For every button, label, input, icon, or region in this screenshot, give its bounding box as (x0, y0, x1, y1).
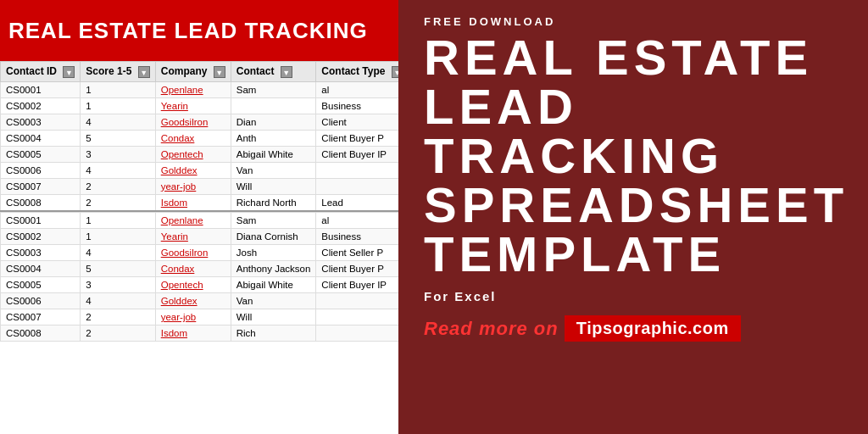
table-row: CS00053OpentechAbigail WhiteClient Buyer… (1, 146, 399, 162)
free-download-label: FREE DOWNLOAD (424, 15, 843, 28)
overlay-panel: FREE DOWNLOAD REAL ESTATE LEAD TRACKING … (398, 0, 868, 434)
table-row: CS00064GolddexVan123-555-0128123-555-013… (1, 293, 399, 309)
spreadsheet-title: REAL ESTATE LEAD TRACKING (8, 18, 368, 44)
for-excel-label: For Excel (424, 289, 843, 303)
read-more-text: Read more on (424, 318, 565, 340)
company-link[interactable]: Condax (161, 264, 195, 274)
col-contact-type: Contact Type ▼ (316, 62, 398, 82)
company-link[interactable]: Isdom (161, 328, 187, 338)
col-contact: Contact ▼ (231, 62, 316, 82)
filter-contact-id[interactable]: ▼ (63, 66, 75, 78)
table-row: CS00021YearinBusiness123-555-0124123-555… (1, 97, 399, 114)
table-row: CS00011OpenlaneSamal123-555-0123123-555-… (1, 81, 399, 97)
table-wrap: Contact ID ▼ Score 1-5 ▼ Company ▼ Conta… (0, 61, 398, 434)
table-row: CS00011OpenlaneSamal123-555-0123123-555-… (1, 213, 399, 229)
table-row: CS00021YearinDiana CornishBusiness123-55… (1, 229, 399, 245)
read-more-row: Read more on Tipsographic.com (424, 315, 843, 342)
table-row: CS00034GoodsilronDianClient123-555-01251… (1, 114, 399, 130)
company-link[interactable]: year-job (161, 181, 197, 192)
tipsographic-badge[interactable]: Tipsographic.com (565, 315, 741, 342)
table-row: CS00072year-jobWill123-555-0129123-555-0… (1, 178, 399, 194)
company-link[interactable]: Openlane (161, 215, 203, 225)
company-link[interactable]: Goodsilron (161, 117, 209, 127)
table-row: CS00045CondaxAnthClient Buyer P123-555-0… (1, 130, 399, 146)
table-row: CS00082IsdomRichard NorthLead123-555-013… (1, 194, 399, 211)
spreadsheet-panel: REAL ESTATE LEAD TRACKING Contact ID ▼ S… (0, 0, 398, 434)
company-link[interactable]: year-job (161, 312, 197, 322)
company-link[interactable]: Opentech (161, 280, 203, 290)
filter-score[interactable]: ▼ (138, 66, 150, 78)
table-row: CS00064GolddexVan123-555-0128123-555-013… (1, 162, 399, 178)
table-body-set2: CS00011OpenlaneSamal123-555-0123123-555-… (1, 211, 399, 342)
filter-company[interactable]: ▼ (214, 66, 225, 78)
table-header-row: Contact ID ▼ Score 1-5 ▼ Company ▼ Conta… (1, 62, 399, 82)
company-link[interactable]: Golddex (161, 296, 198, 306)
company-link[interactable]: Golddex (161, 165, 198, 175)
col-contact-id: Contact ID ▼ (1, 62, 81, 82)
company-link[interactable]: Openlane (161, 85, 203, 95)
big-title-line1: REAL ESTATE LEAD TRACKING SPREADSHEET TE… (424, 33, 843, 279)
title-template: TEMPLATE (424, 230, 843, 279)
title-spreadsheet: SPREADSHEET (424, 181, 843, 230)
table-row: CS00082IsdomRich123-555-0130123-555-0138… (1, 326, 399, 342)
spreadsheet-header: REAL ESTATE LEAD TRACKING (0, 0, 398, 61)
leads-table: Contact ID ▼ Score 1-5 ▼ Company ▼ Conta… (0, 61, 398, 342)
table-row: CS00072year-jobWill123-555-0129123-555-0… (1, 309, 399, 326)
table-body-set1: CS00011OpenlaneSamal123-555-0123123-555-… (1, 81, 399, 211)
title-lead: LEAD (424, 82, 843, 131)
table-row: CS00034GoodsilronJoshClient Seller P123-… (1, 245, 399, 261)
company-link[interactable]: Yearin (161, 231, 188, 242)
col-score: Score 1-5 ▼ (81, 62, 155, 82)
company-link[interactable]: Yearin (161, 101, 188, 111)
table-row: CS00045CondaxAnthony JacksonClient Buyer… (1, 261, 399, 277)
title-tracking: TRACKING (424, 131, 843, 181)
company-link[interactable]: Condax (161, 133, 195, 143)
filter-contact[interactable]: ▼ (281, 66, 292, 78)
table-row: CS00053OpentechAbigail WhiteClient Buyer… (1, 277, 399, 293)
company-link[interactable]: Opentech (161, 149, 203, 159)
company-link[interactable]: Isdom (161, 198, 187, 208)
col-company: Company ▼ (155, 62, 231, 82)
company-link[interactable]: Goodsilron (161, 248, 209, 258)
title-real-estate: REAL ESTATE (424, 33, 843, 82)
filter-contact-type[interactable]: ▼ (392, 66, 398, 78)
